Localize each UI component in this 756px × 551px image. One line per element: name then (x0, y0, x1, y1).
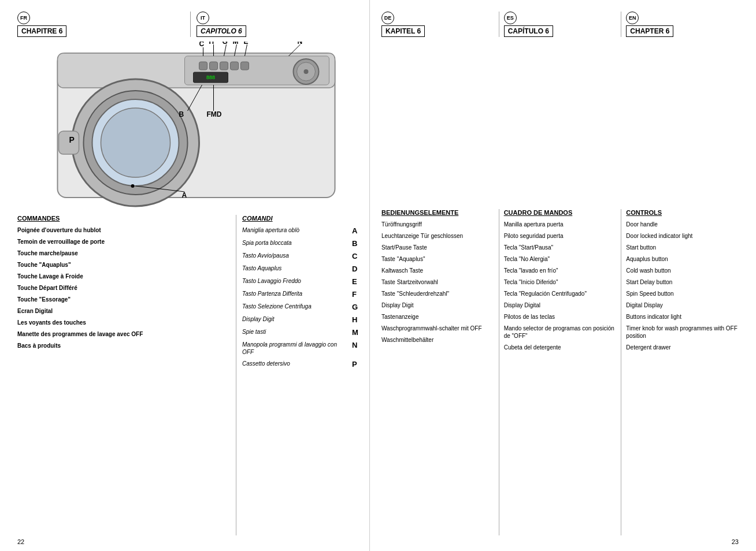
fr-controls-title: COMMANDES (17, 215, 231, 222)
it-item-1: Spia porta bloccata B (242, 239, 364, 248)
svg-text:C: C (199, 42, 205, 48)
es-item-3-text: Tecla "No Alergia" (504, 255, 550, 263)
fr-item-5: Touche Départ Différé (17, 284, 231, 292)
fr-item-8: Les voyants des touches (17, 319, 231, 326)
it-item-0-letter: A (352, 226, 364, 235)
fr-item-3-text: Touche "Aquaplus" (17, 261, 71, 269)
en-item-10: Detergent drawer (626, 344, 739, 351)
en-item-9: Timer knob for wash programmes with OFF … (626, 325, 739, 340)
de-item-8-text: Tastenanzeige (381, 313, 419, 321)
es-item-0: Manilla apertura puerta (504, 221, 617, 228)
svg-rect-14 (231, 62, 239, 70)
en-item-9-text: Timer knob for wash programmes with OFF … (626, 325, 739, 340)
it-item-1-letter: B (352, 239, 364, 248)
de-lang-code: DE (384, 15, 392, 21)
svg-text:G: G (223, 42, 228, 46)
en-item-8-text: Buttons indicator light (626, 313, 681, 321)
it-item-3: Tasto Aquaplus D (242, 265, 364, 273)
svg-point-10 (304, 69, 309, 74)
right-page: DE KAPITEL 6 ES CAPÍTULO 6 EN CHAPTER 6 (370, 0, 756, 551)
fr-lang-code: FR (20, 15, 27, 21)
de-controls-title: BEDIENUNGSELEMENTE (381, 209, 494, 216)
es-item-10-text: Cubeta del detergente (504, 344, 561, 351)
es-item-7: Display Digital (504, 301, 617, 309)
it-item-6: Tasto Selezione Centrifuga G (242, 303, 364, 311)
it-item-3-text: Tasto Aquaplus (242, 265, 347, 272)
it-item-2-text: Tasto Avvio/pausa (242, 252, 347, 259)
it-item-9-letter: N (352, 341, 364, 349)
fr-item-8-text: Les voyants des touches (17, 319, 86, 326)
fr-header: FR CHAPITRE 6 (17, 12, 191, 37)
left-page-number: 22 (17, 535, 364, 545)
svg-text:B: B (179, 110, 184, 118)
right-page-number: 23 (381, 535, 739, 545)
it-lang-circle: IT (197, 12, 209, 24)
en-chapter-label: CHAPTER 6 (626, 25, 673, 37)
svg-rect-12 (210, 62, 218, 70)
en-item-6-text: Spin Speed button (626, 290, 673, 297)
es-item-7-text: Display Digital (504, 301, 540, 309)
it-header: IT CAPITOLO 6 (191, 12, 364, 37)
en-item-2: Start button (626, 244, 739, 251)
es-item-5: Tecla "Inicio Diferido" (504, 278, 617, 286)
de-item-5: Taste Startzeitvorwahl (381, 278, 494, 286)
es-header: ES CAPÍTULO 6 (499, 12, 622, 37)
en-item-7: Digital Display (626, 301, 739, 309)
en-item-0: Door handle (626, 221, 739, 228)
es-item-5-text: Tecla "Inicio Diferido" (504, 278, 558, 286)
en-item-8: Buttons indicator light (626, 313, 739, 321)
fr-item-6-text: Touche "Essorage" (17, 296, 71, 303)
fr-item-10: Bacs à produits (17, 342, 231, 349)
fr-lang-circle: FR (17, 12, 30, 24)
it-item-10: Cassetto detersivo P (242, 360, 364, 368)
fr-item-2: Touche marche/pause (17, 250, 231, 257)
es-item-1-text: Piloto seguridad puerta (504, 232, 564, 240)
it-item-3-letter: D (352, 265, 364, 273)
en-item-3-text: Aquaplus button (626, 255, 668, 263)
de-item-9: Waschprogrammwahl-schalter mit OFF (381, 325, 494, 332)
it-item-9: Manopola programmi di lavaggio con OFF N (242, 341, 364, 356)
es-controls-col: CUADRO DE MANDOS Manilla apertura puerta… (499, 209, 622, 535)
es-item-9-text: Mando selector de programas con posición… (504, 325, 617, 340)
fr-item-1-text: Temoin de verrouillage de porte (17, 238, 105, 245)
es-item-1: Piloto seguridad puerta (504, 232, 617, 240)
de-item-9-text: Waschprogrammwahl-schalter mit OFF (381, 325, 482, 332)
svg-text:H: H (209, 42, 214, 46)
fr-item-0: Poignée d'ouverture du hublot (17, 226, 231, 234)
de-item-1-text: Leuchtanzeige Tür geschlossen (381, 232, 463, 240)
en-item-1-text: Door locked indicator light (626, 232, 692, 240)
it-item-7: Display Digit H (242, 315, 364, 324)
it-item-7-text: Display Digit (242, 315, 347, 323)
de-item-6: Taste "Schleuderdrehzahl" (381, 290, 494, 297)
fr-controls-col: COMMANDES Poignée d'ouverture du hublot … (17, 215, 236, 535)
en-item-7-text: Digital Display (626, 301, 662, 309)
de-item-10: Waschmittelbehälter (381, 336, 494, 344)
es-item-8-text: Pilotos de las teclas (504, 313, 555, 321)
fr-item-4-text: Touche Lavage à Froide (17, 273, 83, 280)
it-item-10-letter: P (352, 360, 364, 368)
it-controls-title: COMANDI (242, 215, 364, 222)
it-item-6-text: Tasto Selezione Centrifuga (242, 303, 347, 310)
svg-text:M: M (233, 42, 239, 46)
es-lang-circle: ES (504, 12, 517, 24)
svg-text:FMD: FMD (207, 110, 222, 118)
de-item-0: Türöffnungsgriff (381, 221, 494, 228)
it-chapter-label: CAPITOLO 6 (197, 25, 246, 37)
right-controls: BEDIENUNGSELEMENTE Türöffnungsgriff Leuc… (381, 209, 739, 535)
svg-text:P: P (69, 135, 75, 144)
de-item-3: Taste "Aquaplus" (381, 255, 494, 263)
it-item-8-letter: M (352, 328, 364, 337)
it-item-2: Tasto Avvio/pausa C (242, 252, 364, 260)
es-item-2: Tecla "Start/Pausa" (504, 244, 617, 251)
it-item-10-text: Cassetto detersivo (242, 360, 347, 367)
es-item-10: Cubeta del detergente (504, 344, 617, 351)
it-item-4: Tasto Lavaggio Freddo E (242, 277, 364, 286)
svg-text:N: N (298, 42, 303, 46)
fr-item-5-text: Touche Départ Différé (17, 284, 77, 292)
es-item-2-text: Tecla "Start/Pausa" (504, 244, 553, 251)
es-item-4-text: Tecla "lavado en frío" (504, 267, 558, 274)
de-item-2-text: Start/Pause Taste (381, 244, 427, 251)
en-item-4-text: Cold wash button (626, 267, 670, 274)
fr-chapter-label: CHAPITRE 6 (17, 25, 66, 37)
it-item-8-text: Spie tasti (242, 328, 347, 336)
